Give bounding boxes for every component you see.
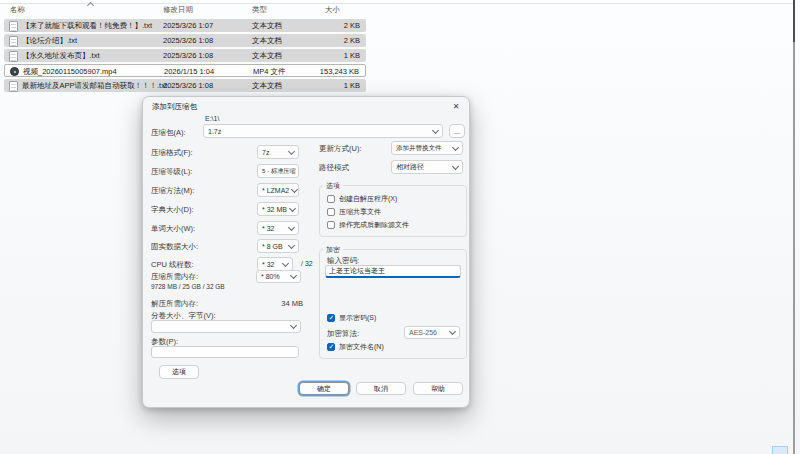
encryption-method-select[interactable]: AES-256 bbox=[404, 326, 460, 339]
dictionary-size-select[interactable]: * 32 MB bbox=[257, 202, 299, 216]
file-date: 2026/1/15 1:04 bbox=[164, 67, 214, 76]
options-button[interactable]: 选项 bbox=[159, 365, 199, 379]
file-size: 2 KB bbox=[344, 21, 360, 30]
window-right-edge-scrollbar[interactable] bbox=[793, 0, 795, 454]
level-label: 压缩等级(L): bbox=[151, 167, 192, 177]
file-date: 2025/3/26 1:07 bbox=[163, 21, 213, 30]
method-label: 压缩方法(M): bbox=[151, 186, 194, 196]
taskbar-corner-chip bbox=[772, 446, 788, 454]
close-icon[interactable]: ✕ bbox=[448, 99, 464, 113]
table-row[interactable]: 【论坛介绍】.txt 2025/3/26 1:08 文本文档 2 KB bbox=[4, 34, 366, 47]
file-size: 1 KB bbox=[344, 51, 360, 60]
encryption-group-title: 加密 bbox=[323, 245, 343, 255]
file-size: 1 KB bbox=[344, 81, 360, 90]
word-size-select[interactable]: * 32 bbox=[257, 221, 299, 235]
checkbox-icon bbox=[327, 195, 335, 203]
compress-shared-checkbox[interactable]: 压缩共享文件 bbox=[327, 207, 381, 217]
archive-dir-label: E:\1\ bbox=[205, 115, 219, 122]
password-input[interactable] bbox=[325, 265, 461, 278]
memory-usage-select[interactable]: * 80% bbox=[256, 270, 301, 283]
chevron-down-icon bbox=[289, 204, 296, 211]
checkbox-icon bbox=[327, 221, 335, 229]
file-type: MP4 文件 bbox=[253, 67, 286, 77]
file-size: 2 KB bbox=[344, 36, 360, 45]
update-mode-select[interactable]: 添加并替换文件 bbox=[391, 141, 463, 155]
method-select[interactable]: * LZMA2 bbox=[257, 183, 299, 197]
solid-block-value: * 8 GB bbox=[262, 243, 283, 250]
cancel-button[interactable]: 取消 bbox=[356, 382, 406, 395]
delete-after-checkbox[interactable]: 操作完成后删除源文件 bbox=[327, 220, 409, 230]
file-name: 【来了就能下载和观看！纯免费！】.txt bbox=[22, 21, 152, 31]
archive-name-input[interactable]: 1.7z bbox=[203, 124, 443, 138]
chevron-down-icon bbox=[432, 126, 439, 133]
path-mode-value: 相对路径 bbox=[396, 162, 424, 172]
checkbox-checked-icon bbox=[327, 314, 335, 322]
text-file-icon bbox=[9, 51, 18, 62]
format-label: 压缩格式(F): bbox=[151, 148, 193, 158]
path-mode-select[interactable]: 相对路径 bbox=[391, 160, 463, 174]
solid-block-select[interactable]: * 8 GB bbox=[257, 239, 299, 253]
cpu-threads-select[interactable]: * 32 bbox=[257, 257, 293, 271]
table-row[interactable]: 【永久地址发布页】.txt 2025/3/26 1:08 文本文档 1 KB bbox=[4, 49, 366, 62]
column-header-date[interactable]: 修改日期 bbox=[163, 5, 193, 15]
method-value: * LZMA2 bbox=[262, 187, 289, 194]
archive-name-value: 1.7z bbox=[208, 128, 221, 135]
chevron-down-icon bbox=[452, 162, 459, 169]
help-button[interactable]: 帮助 bbox=[413, 382, 463, 395]
text-file-icon bbox=[9, 36, 18, 47]
level-select[interactable]: 5 - 标准压缩 bbox=[257, 164, 299, 178]
volume-size-select[interactable] bbox=[151, 320, 301, 333]
file-name: 视频_20260115005907.mp4 bbox=[23, 67, 117, 77]
solid-block-label: 固实数据大小: bbox=[151, 242, 198, 252]
dictionary-size-value: * 32 MB bbox=[262, 206, 287, 213]
table-row[interactable]: 视频_20260115005907.mp4 2026/1/15 1:04 MP4… bbox=[4, 64, 366, 77]
dialog-title: 添加到压缩包 bbox=[152, 102, 197, 112]
table-row[interactable]: 最新地址及APP请发邮箱自动获取！！！.txt 2025/3/26 1:08 文… bbox=[4, 79, 366, 92]
add-to-archive-dialog: 添加到压缩包 ✕ E:\1\ 压缩包(A): 1.7z ... 压缩格式(F):… bbox=[142, 96, 470, 408]
desktop: 名称 修改日期 类型 大小 【来了就能下载和观看！纯免费！】.txt 2025/… bbox=[0, 0, 800, 454]
file-list-header: 名称 修改日期 类型 大小 bbox=[4, 4, 366, 17]
ok-button[interactable]: 确定 bbox=[299, 382, 349, 395]
show-password-label: 显示密码(S) bbox=[339, 313, 376, 323]
chevron-down-icon bbox=[288, 223, 295, 230]
chevron-down-icon bbox=[449, 328, 456, 335]
column-header-type[interactable]: 类型 bbox=[252, 5, 267, 15]
file-type: 文本文档 bbox=[252, 21, 282, 31]
create-sfx-checkbox[interactable]: 创建自解压程序(X) bbox=[327, 194, 397, 204]
file-date: 2025/3/26 1:08 bbox=[163, 81, 213, 90]
browse-button[interactable]: ... bbox=[449, 124, 465, 138]
encryption-method-label: 加密算法: bbox=[327, 329, 359, 339]
create-sfx-label: 创建自解压程序(X) bbox=[339, 194, 397, 204]
format-value: 7z bbox=[262, 149, 269, 156]
chevron-down-icon bbox=[290, 272, 297, 279]
archive-name-label: 压缩包(A): bbox=[151, 128, 186, 138]
encrypt-filenames-checkbox[interactable]: 加密文件名(N) bbox=[327, 342, 384, 352]
media-file-icon bbox=[10, 67, 19, 76]
file-date: 2025/3/26 1:08 bbox=[163, 51, 213, 60]
file-type: 文本文档 bbox=[252, 51, 282, 61]
table-row[interactable]: 【来了就能下载和观看！纯免费！】.txt 2025/3/26 1:07 文本文档… bbox=[4, 19, 366, 32]
file-name: 【永久地址发布页】.txt bbox=[22, 51, 100, 61]
parameters-input[interactable] bbox=[151, 346, 299, 358]
memory-decompress-value: 34 MB bbox=[257, 299, 303, 308]
column-header-size[interactable]: 大小 bbox=[325, 5, 340, 15]
chevron-down-icon bbox=[288, 147, 295, 154]
update-mode-value: 添加并替换文件 bbox=[396, 144, 442, 153]
chevron-down-icon bbox=[290, 322, 297, 329]
checkbox-checked-icon bbox=[327, 343, 335, 351]
show-password-checkbox[interactable]: 显示密码(S) bbox=[327, 313, 376, 323]
cpu-threads-max: / 32 bbox=[301, 260, 313, 267]
word-size-label: 单词大小(W): bbox=[151, 224, 195, 234]
format-select[interactable]: 7z bbox=[257, 145, 299, 159]
file-type: 文本文档 bbox=[252, 81, 282, 91]
cpu-threads-label: CPU 线程数: bbox=[151, 260, 194, 270]
column-header-name[interactable]: 名称 bbox=[10, 5, 25, 15]
delete-after-label: 操作完成后删除源文件 bbox=[339, 220, 409, 230]
file-size: 153,243 KB bbox=[320, 67, 359, 76]
update-mode-label: 更新方式(U): bbox=[319, 144, 362, 154]
compress-shared-label: 压缩共享文件 bbox=[339, 207, 381, 217]
file-name: 【论坛介绍】.txt bbox=[22, 36, 77, 46]
encrypt-filenames-label: 加密文件名(N) bbox=[339, 342, 384, 352]
memory-decompress-label: 解压所需内存: bbox=[151, 299, 198, 309]
file-date: 2025/3/26 1:08 bbox=[163, 36, 213, 45]
